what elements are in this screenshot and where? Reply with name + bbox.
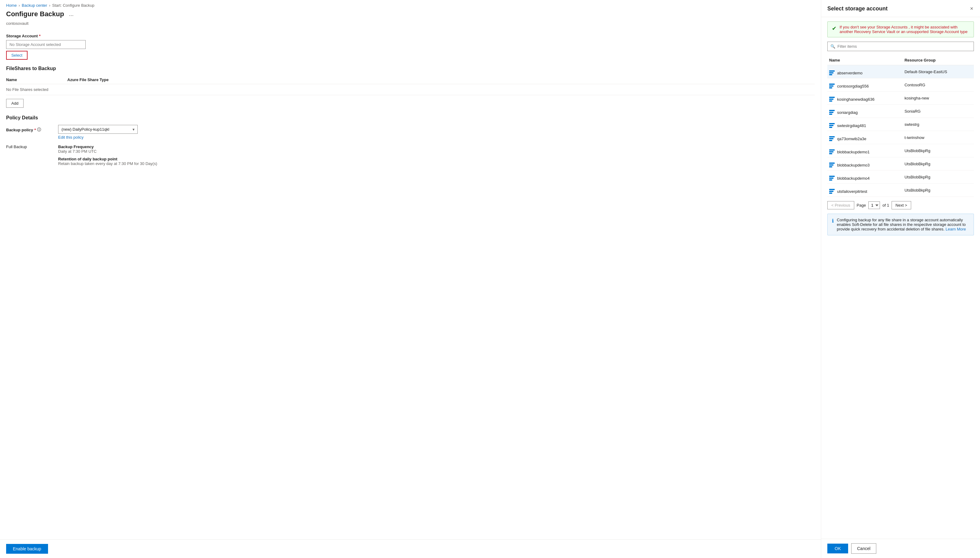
table-header-row: Name Resource Group — [827, 56, 974, 65]
close-button[interactable]: × — [969, 5, 974, 13]
storage-account-icon — [829, 162, 835, 167]
storage-account-name: abserverdemo — [827, 65, 903, 78]
breadcrumb-home[interactable]: Home — [6, 3, 17, 8]
info-banner-text: If you don't see your Storage Accounts ,… — [839, 25, 969, 34]
pagination-bar: < Previous Page 1 of 1 Next > — [827, 201, 974, 209]
storage-account-icon — [829, 110, 835, 115]
filter-input-wrapper: 🔍 — [827, 42, 974, 51]
storage-account-name: contosorgdiag556 — [827, 78, 903, 92]
backup-policy-row: Backup policy * ⓘ (new) DailyPolicy-kup1… — [6, 125, 815, 140]
resource-group-name: UtsBlobBkpRg — [903, 171, 974, 184]
col-type-header: Azure File Share Type — [67, 77, 815, 82]
resource-group-name: t-iwrinshow — [903, 131, 974, 144]
storage-account-icon — [829, 84, 835, 89]
table-row[interactable]: soniargdiag SoniaRG — [827, 105, 974, 118]
check-circle-icon: ✔ — [832, 25, 836, 32]
storage-account-name: soniargdiag — [827, 105, 903, 118]
storage-account-label: Storage Account * — [6, 34, 815, 38]
storage-icon-cell: blobbackupdemo3 — [829, 162, 870, 167]
bottom-bar: Enable backup — [0, 539, 821, 558]
backup-frequency-title: Backup Frequency — [58, 144, 815, 149]
breadcrumb-backup-center[interactable]: Backup center — [22, 3, 47, 8]
learn-more-link[interactable]: Learn More — [946, 227, 966, 231]
resource-group-name: UtsBlobBkpRg — [903, 184, 974, 197]
policy-section: Policy Details Backup policy * ⓘ (new) D… — [6, 115, 815, 169]
soft-delete-text: Configuring backup for any file share in… — [837, 218, 969, 231]
enable-backup-button[interactable]: Enable backup — [6, 544, 48, 554]
page-title: Configure Backup — [6, 10, 64, 18]
full-backup-label: Full Backup — [6, 143, 55, 149]
right-panel: Select storage account × ✔ If you don't … — [821, 0, 980, 558]
storage-account-name: blobbackupdemo1 — [827, 144, 903, 158]
backup-frequency-value: Daily at 7:30 PM UTC — [58, 149, 815, 154]
table-row[interactable]: contosorgdiag556 ContosoRG — [827, 78, 974, 92]
storage-account-icon — [829, 136, 835, 141]
storage-account-icon — [829, 189, 835, 194]
page-select[interactable]: 1 — [868, 202, 880, 209]
resource-group-name: kosingha-new — [903, 92, 974, 105]
ok-button[interactable]: OK — [827, 543, 848, 553]
select-button[interactable]: Select — [6, 51, 28, 60]
storage-icon-cell: swtestrgdiag481 — [829, 123, 866, 128]
info-banner: ✔ If you don't see your Storage Accounts… — [827, 21, 974, 37]
resource-group-name: UtsBlobBkpRg — [903, 144, 974, 158]
storage-table-body: abserverdemo Default-Storage-EastUS cont… — [827, 65, 974, 197]
previous-page-button[interactable]: < Previous — [827, 201, 854, 209]
search-icon: 🔍 — [830, 44, 835, 49]
policy-section-title: Policy Details — [6, 115, 815, 121]
storage-account-group: Storage Account * Select — [6, 34, 815, 60]
retention-item: Retention of daily backup point Retain b… — [58, 157, 815, 166]
fileshares-table-header: Name Azure File Share Type — [6, 75, 815, 84]
info-icon: ℹ — [832, 218, 834, 224]
panel-header: Select storage account × — [821, 0, 980, 17]
edit-policy-link[interactable]: Edit this policy — [58, 135, 83, 140]
backup-policy-info-icon[interactable]: ⓘ — [37, 127, 41, 133]
table-row[interactable]: blobbackupdemo3 UtsBlobBkpRg — [827, 158, 974, 171]
storage-account-icon — [829, 97, 835, 102]
table-row[interactable]: abserverdemo Default-Storage-EastUS — [827, 65, 974, 78]
backup-policy-control: (new) DailyPolicy-kup11qkl ▼ Edit this p… — [58, 125, 815, 140]
resource-group-name: SoniaRG — [903, 105, 974, 118]
resource-group-name: swtestrg — [903, 118, 974, 131]
cancel-button[interactable]: Cancel — [851, 543, 876, 554]
filter-input[interactable] — [827, 42, 974, 51]
fileshares-title: FileShares to Backup — [6, 66, 815, 71]
storage-account-icon — [829, 176, 835, 181]
storage-input-wrapper: Select — [6, 40, 815, 60]
table-row[interactable]: qa73omwib2a3e t-iwrinshow — [827, 131, 974, 144]
table-row[interactable]: utsfailoverpitrtest UtsBlobBkpRg — [827, 184, 974, 197]
storage-account-icon — [829, 123, 835, 128]
breadcrumb: Home › Backup center › Start: Configure … — [0, 0, 821, 9]
storage-account-name: blobbackupdemo3 — [827, 158, 903, 171]
storage-account-name: utsfailoverpitrtest — [827, 184, 903, 197]
main-content: Home › Backup center › Start: Configure … — [0, 0, 821, 558]
of-label: of 1 — [882, 203, 889, 208]
storage-icon-cell: qa73omwib2a3e — [829, 136, 866, 141]
storage-icon-cell: blobbackupdemo4 — [829, 176, 870, 181]
resource-group-name: Default-Storage-EastUS — [903, 65, 974, 78]
storage-account-icon — [829, 71, 835, 75]
storage-account-name: swtestrgdiag481 — [827, 118, 903, 131]
table-row[interactable]: kosinghanewdiag636 kosingha-new — [827, 92, 974, 105]
table-row[interactable]: blobbackupdemo4 UtsBlobBkpRg — [827, 171, 974, 184]
resource-group-name: UtsBlobBkpRg — [903, 158, 974, 171]
storage-account-input[interactable] — [6, 40, 86, 49]
storage-icon-cell: contosorgdiag556 — [829, 84, 869, 89]
col-resource-group-header: Resource Group — [903, 56, 974, 65]
fileshares-group: FileShares to Backup Name Azure File Sha… — [6, 66, 815, 108]
table-row[interactable]: blobbackupdemo1 UtsBlobBkpRg — [827, 144, 974, 158]
soft-delete-info-banner: ℹ Configuring backup for any file share … — [827, 213, 974, 235]
no-fileshares-message: No File Shares selected — [6, 84, 815, 95]
storage-icon-cell: kosinghanewdiag636 — [829, 97, 874, 102]
panel-footer: OK Cancel — [821, 539, 980, 558]
backup-details: Backup Frequency Daily at 7:30 PM UTC Re… — [58, 144, 815, 169]
storage-icon-cell: abserverdemo — [829, 71, 862, 75]
ellipsis-button[interactable]: ... — [67, 10, 75, 18]
col-name-header: Name — [6, 77, 67, 82]
add-button[interactable]: Add — [6, 99, 24, 108]
backup-policy-dropdown-wrapper: (new) DailyPolicy-kup11qkl ▼ — [58, 125, 138, 134]
backup-policy-select[interactable]: (new) DailyPolicy-kup11qkl — [58, 125, 138, 134]
table-row[interactable]: swtestrgdiag481 swtestrg — [827, 118, 974, 131]
col-name-header: Name — [827, 56, 903, 65]
next-page-button[interactable]: Next > — [892, 201, 911, 209]
